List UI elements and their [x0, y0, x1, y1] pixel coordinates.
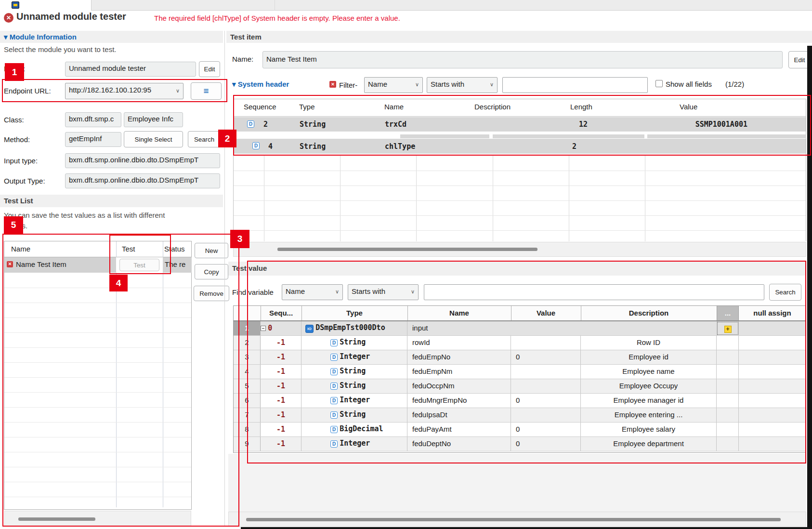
window-edge-bottom [241, 527, 812, 529]
collapse-icon: ▾ [232, 80, 236, 88]
chevron-down-icon: ∨ [415, 81, 419, 88]
test-list-description-line1: You can save the test values as a list w… [4, 211, 165, 219]
input-type-label: Input type: [4, 157, 38, 165]
filter-operator-select[interactable]: Starts with ∨ [427, 77, 498, 93]
show-all-fields-label: Show all fields [666, 80, 712, 88]
module-name-edit-button[interactable]: Edit [199, 61, 220, 77]
annotation-label-5: 5 [4, 216, 23, 234]
class-field[interactable]: bxm.dft.smp.c [65, 112, 121, 127]
system-header-hscrollbar-thumb[interactable] [277, 248, 537, 251]
annotation-rect-1 [2, 79, 227, 102]
output-type-label: Output Type: [4, 177, 45, 185]
method-search-button[interactable]: Search [188, 131, 221, 147]
module-information-header[interactable]: ▾ Module Information [0, 31, 223, 43]
validation-error-message: The required field [chlType] of System h… [154, 14, 400, 22]
chevron-down-icon: ∨ [490, 81, 494, 88]
annotation-label-3: 3 [230, 230, 249, 248]
error-status-icon: ✕ [4, 13, 13, 23]
annotation-rect-2 [233, 95, 811, 156]
show-all-fields-checkbox[interactable] [655, 80, 663, 87]
test-item-name-label: Name: [232, 55, 253, 63]
module-name-field[interactable]: Unnamed module tester [65, 62, 196, 77]
module-information-title: Module Information [10, 33, 77, 41]
tab-bar [0, 0, 812, 11]
single-select-button[interactable]: Single Select [124, 131, 183, 147]
tab-divider [275, 0, 275, 11]
class-label: Class: [4, 116, 24, 124]
input-type-field[interactable]: bxm.dft.smp.online.dbio.dto.DSmpEmpT [65, 153, 220, 168]
filter-label: Filter- [339, 81, 357, 89]
test-value-hscrollbar[interactable] [228, 512, 806, 527]
page-title: Unnamed module tester [16, 11, 126, 22]
test-value-hscrollbar-thumb[interactable] [246, 518, 781, 521]
filter-text-input[interactable] [502, 77, 648, 93]
test-list-header: Test List [0, 195, 223, 207]
annotation-rect-3 [247, 261, 806, 463]
system-header-hscrollbar[interactable] [233, 242, 806, 257]
module-tester-window: ✕ Unnamed module tester The required fie… [0, 0, 812, 529]
method-label: Method: [4, 135, 30, 144]
field-count: (1/22) [725, 80, 744, 88]
annotation-label-4: 4 [109, 275, 128, 291]
annotation-label-2: 2 [218, 130, 236, 147]
annotation-label-1: 1 [5, 63, 24, 81]
class-name-field[interactable]: Employee Infc [124, 112, 183, 127]
filter-error-icon: ✕ [329, 81, 336, 88]
collapse-icon: ▾ [4, 33, 8, 41]
module-information-subtitle: Select the module you want to test. [4, 45, 116, 53]
filter-field-select[interactable]: Name ∨ [364, 77, 423, 93]
module-tester-tab-icon [12, 1, 19, 9]
output-type-field[interactable]: bxm.dft.smp.online.dbio.dto.DSmpEmpT [65, 173, 220, 188]
test-item-name-field[interactable]: Name Test Item [262, 51, 783, 68]
system-header-title[interactable]: ▾ System header [232, 80, 289, 89]
test-item-header: Test item [226, 31, 812, 43]
method-field[interactable]: getEmpInf [65, 132, 121, 147]
